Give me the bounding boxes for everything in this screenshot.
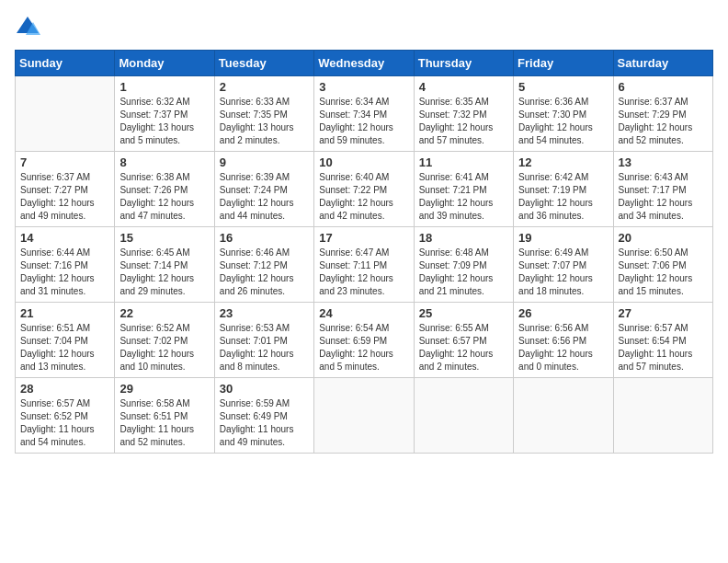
- calendar-day-cell: 26Sunrise: 6:56 AM Sunset: 6:56 PM Dayli…: [514, 303, 613, 378]
- calendar-day-cell: 16Sunrise: 6:46 AM Sunset: 7:12 PM Dayli…: [214, 227, 313, 303]
- day-info: Sunrise: 6:46 AM Sunset: 7:12 PM Dayligh…: [220, 247, 309, 298]
- day-info: Sunrise: 6:36 AM Sunset: 7:30 PM Dayligh…: [518, 96, 608, 147]
- calendar-day-cell: 29Sunrise: 6:58 AM Sunset: 6:51 PM Dayli…: [115, 378, 214, 454]
- day-info: Sunrise: 6:57 AM Sunset: 6:54 PM Dayligh…: [619, 322, 708, 373]
- day-number: 9: [220, 155, 309, 169]
- calendar-day-cell: [613, 378, 712, 454]
- calendar-day-cell: 4Sunrise: 6:35 AM Sunset: 7:32 PM Daylig…: [414, 76, 513, 152]
- calendar-day-cell: 1Sunrise: 6:32 AM Sunset: 7:37 PM Daylig…: [115, 76, 214, 152]
- day-info: Sunrise: 6:40 AM Sunset: 7:22 PM Dayligh…: [319, 171, 408, 223]
- calendar-day-cell: 15Sunrise: 6:45 AM Sunset: 7:14 PM Dayli…: [115, 227, 214, 303]
- calendar-day-cell: 30Sunrise: 6:59 AM Sunset: 6:49 PM Dayli…: [214, 378, 313, 454]
- calendar-day-cell: 7Sunrise: 6:37 AM Sunset: 7:27 PM Daylig…: [16, 152, 115, 227]
- day-number: 28: [20, 382, 109, 396]
- day-info: Sunrise: 6:47 AM Sunset: 7:11 PM Dayligh…: [319, 247, 408, 298]
- day-info: Sunrise: 6:56 AM Sunset: 6:56 PM Dayligh…: [518, 322, 608, 373]
- calendar-day-cell: 13Sunrise: 6:43 AM Sunset: 7:17 PM Dayli…: [613, 152, 712, 227]
- day-info: Sunrise: 6:50 AM Sunset: 7:06 PM Dayligh…: [619, 247, 708, 298]
- day-info: Sunrise: 6:41 AM Sunset: 7:21 PM Dayligh…: [419, 171, 508, 223]
- calendar-day-cell: 14Sunrise: 6:44 AM Sunset: 7:16 PM Dayli…: [16, 227, 115, 303]
- day-number: 26: [518, 306, 608, 320]
- calendar-week-row: 21Sunrise: 6:51 AM Sunset: 7:04 PM Dayli…: [16, 303, 713, 378]
- weekday-header: Sunday: [16, 51, 115, 76]
- day-info: Sunrise: 6:37 AM Sunset: 7:27 PM Dayligh…: [20, 171, 109, 223]
- calendar: SundayMondayTuesdayWednesdayThursdayFrid…: [15, 50, 713, 454]
- day-number: 12: [518, 155, 608, 169]
- logo: [15, 15, 44, 40]
- day-number: 11: [419, 155, 508, 169]
- day-number: 21: [20, 306, 109, 320]
- calendar-day-cell: 19Sunrise: 6:49 AM Sunset: 7:07 PM Dayli…: [514, 227, 613, 303]
- day-number: 13: [619, 155, 708, 169]
- page-header: [15, 15, 713, 40]
- calendar-day-cell: 9Sunrise: 6:39 AM Sunset: 7:24 PM Daylig…: [214, 152, 313, 227]
- day-info: Sunrise: 6:33 AM Sunset: 7:35 PM Dayligh…: [220, 96, 309, 147]
- calendar-day-cell: 24Sunrise: 6:54 AM Sunset: 6:59 PM Dayli…: [314, 303, 414, 378]
- calendar-week-row: 1Sunrise: 6:32 AM Sunset: 7:37 PM Daylig…: [16, 76, 713, 152]
- calendar-day-cell: 27Sunrise: 6:57 AM Sunset: 6:54 PM Dayli…: [613, 303, 712, 378]
- day-info: Sunrise: 6:45 AM Sunset: 7:14 PM Dayligh…: [119, 247, 209, 298]
- logo-icon: [15, 15, 40, 40]
- calendar-day-cell: 6Sunrise: 6:37 AM Sunset: 7:29 PM Daylig…: [613, 76, 712, 152]
- calendar-day-cell: 8Sunrise: 6:38 AM Sunset: 7:26 PM Daylig…: [115, 152, 214, 227]
- day-number: 30: [220, 382, 309, 396]
- weekday-header: Saturday: [613, 51, 712, 76]
- calendar-day-cell: 28Sunrise: 6:57 AM Sunset: 6:52 PM Dayli…: [16, 378, 115, 454]
- day-number: 22: [119, 306, 209, 320]
- weekday-header: Monday: [115, 51, 214, 76]
- day-info: Sunrise: 6:34 AM Sunset: 7:34 PM Dayligh…: [319, 96, 408, 147]
- weekday-header: Friday: [514, 51, 613, 76]
- day-number: 16: [220, 231, 309, 245]
- calendar-day-cell: 17Sunrise: 6:47 AM Sunset: 7:11 PM Dayli…: [314, 227, 414, 303]
- calendar-day-cell: 3Sunrise: 6:34 AM Sunset: 7:34 PM Daylig…: [314, 76, 414, 152]
- calendar-day-cell: 20Sunrise: 6:50 AM Sunset: 7:06 PM Dayli…: [613, 227, 712, 303]
- day-number: 10: [319, 155, 408, 169]
- day-info: Sunrise: 6:53 AM Sunset: 7:01 PM Dayligh…: [220, 322, 309, 373]
- calendar-day-cell: [314, 378, 414, 454]
- day-number: 3: [319, 80, 408, 94]
- calendar-day-cell: 5Sunrise: 6:36 AM Sunset: 7:30 PM Daylig…: [514, 76, 613, 152]
- calendar-week-row: 14Sunrise: 6:44 AM Sunset: 7:16 PM Dayli…: [16, 227, 713, 303]
- day-info: Sunrise: 6:48 AM Sunset: 7:09 PM Dayligh…: [419, 247, 508, 298]
- day-info: Sunrise: 6:39 AM Sunset: 7:24 PM Dayligh…: [220, 171, 309, 223]
- day-number: 18: [419, 231, 508, 245]
- calendar-day-cell: 25Sunrise: 6:55 AM Sunset: 6:57 PM Dayli…: [414, 303, 513, 378]
- weekday-header: Tuesday: [214, 51, 313, 76]
- calendar-day-cell: 2Sunrise: 6:33 AM Sunset: 7:35 PM Daylig…: [214, 76, 313, 152]
- calendar-day-cell: 21Sunrise: 6:51 AM Sunset: 7:04 PM Dayli…: [16, 303, 115, 378]
- day-info: Sunrise: 6:35 AM Sunset: 7:32 PM Dayligh…: [419, 96, 508, 147]
- weekday-header: Thursday: [414, 51, 513, 76]
- day-info: Sunrise: 6:38 AM Sunset: 7:26 PM Dayligh…: [119, 171, 209, 223]
- day-number: 1: [119, 80, 209, 94]
- calendar-day-cell: 10Sunrise: 6:40 AM Sunset: 7:22 PM Dayli…: [314, 152, 414, 227]
- day-info: Sunrise: 6:32 AM Sunset: 7:37 PM Dayligh…: [119, 96, 209, 147]
- day-info: Sunrise: 6:51 AM Sunset: 7:04 PM Dayligh…: [20, 322, 109, 373]
- calendar-day-cell: 18Sunrise: 6:48 AM Sunset: 7:09 PM Dayli…: [414, 227, 513, 303]
- calendar-day-cell: [414, 378, 513, 454]
- day-number: 24: [319, 306, 408, 320]
- day-number: 15: [119, 231, 209, 245]
- calendar-day-cell: 23Sunrise: 6:53 AM Sunset: 7:01 PM Dayli…: [214, 303, 313, 378]
- weekday-header: Wednesday: [314, 51, 414, 76]
- calendar-day-cell: 12Sunrise: 6:42 AM Sunset: 7:19 PM Dayli…: [514, 152, 613, 227]
- day-info: Sunrise: 6:57 AM Sunset: 6:52 PM Dayligh…: [20, 397, 109, 449]
- day-info: Sunrise: 6:43 AM Sunset: 7:17 PM Dayligh…: [619, 171, 708, 223]
- day-number: 20: [619, 231, 708, 245]
- calendar-day-cell: [514, 378, 613, 454]
- day-number: 4: [419, 80, 508, 94]
- day-info: Sunrise: 6:58 AM Sunset: 6:51 PM Dayligh…: [119, 397, 209, 449]
- day-info: Sunrise: 6:59 AM Sunset: 6:49 PM Dayligh…: [220, 397, 309, 449]
- calendar-day-cell: 22Sunrise: 6:52 AM Sunset: 7:02 PM Dayli…: [115, 303, 214, 378]
- day-number: 5: [518, 80, 608, 94]
- day-info: Sunrise: 6:37 AM Sunset: 7:29 PM Dayligh…: [619, 96, 708, 147]
- day-number: 6: [619, 80, 708, 94]
- day-number: 27: [619, 306, 708, 320]
- day-number: 8: [119, 155, 209, 169]
- calendar-day-cell: [16, 76, 115, 152]
- day-number: 2: [220, 80, 309, 94]
- day-number: 23: [220, 306, 309, 320]
- calendar-day-cell: 11Sunrise: 6:41 AM Sunset: 7:21 PM Dayli…: [414, 152, 513, 227]
- day-number: 14: [20, 231, 109, 245]
- day-info: Sunrise: 6:54 AM Sunset: 6:59 PM Dayligh…: [319, 322, 408, 373]
- day-number: 17: [319, 231, 408, 245]
